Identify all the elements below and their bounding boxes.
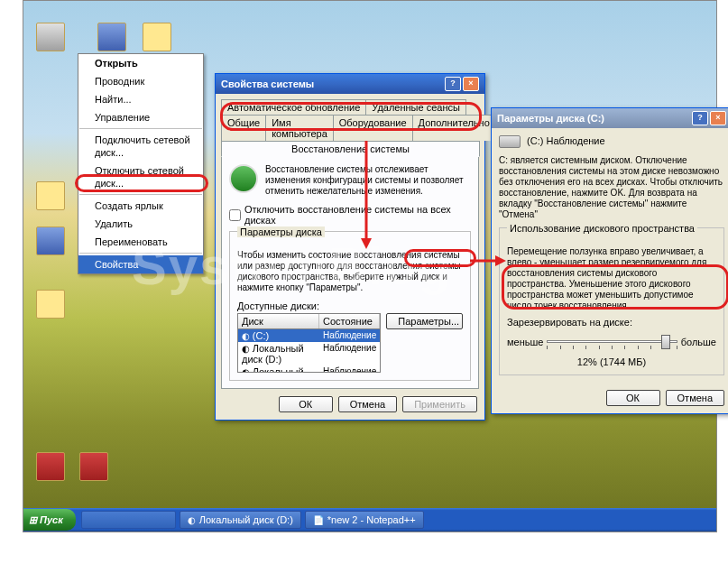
disable-restore-label: Отключить восстановление системы на всех… [244, 204, 471, 226]
menu-open[interactable]: Открыть [78, 54, 203, 72]
dialog-title: Параметры диска (C:) [497, 113, 604, 124]
tab-hardware[interactable]: Оборудование [333, 115, 413, 141]
desktop: Открыть Проводник Найти... Управление По… [23, 0, 717, 532]
tab-general[interactable]: Общие [221, 115, 266, 141]
system-properties-dialog: Свойства системы ? × Автоматическое обно… [215, 73, 485, 421]
menu-rename[interactable]: Переименовать [78, 233, 203, 251]
tab-computer-name[interactable]: Имя компьютера [265, 115, 334, 141]
taskbar: ⊞ Пуск ◐ Локальный диск (D:) 📄 *new 2 - … [23, 508, 716, 532]
params-button[interactable]: Параметры... [386, 313, 463, 329]
restore-icon [229, 164, 258, 193]
disk-icon [499, 135, 521, 148]
tab-system-restore[interactable]: Восстановление системы [221, 141, 480, 157]
tab-advanced[interactable]: Дополнительно [412, 115, 496, 141]
taskbar-item[interactable]: 📄 *new 2 - Notepad++ [305, 511, 424, 529]
usage-legend: Использование дискового пространства [507, 223, 697, 234]
context-menu: Открыть Проводник Найти... Управление По… [78, 53, 204, 274]
menu-find[interactable]: Найти... [78, 90, 203, 108]
reserve-label: Зарезервировать на диске: [507, 317, 716, 328]
menu-delete[interactable]: Удалить [78, 215, 203, 233]
available-disks-label: Доступные диски: [237, 300, 463, 311]
menu-explorer[interactable]: Проводник [78, 72, 203, 90]
table-row[interactable]: ◐ Локальный диск (E:) Наблюдение [238, 365, 380, 373]
taskbar-item[interactable]: ◐ Локальный диск (D:) [180, 511, 301, 529]
table-row[interactable]: ◐ (C:) Наблюдение [238, 329, 380, 342]
menu-disconnect-drive[interactable]: Отключить сетевой диск... [78, 162, 203, 192]
tab-auto-update[interactable]: Автоматическое обновление [221, 99, 366, 115]
cancel-button[interactable]: Отмена [666, 390, 724, 406]
help-button[interactable]: ? [445, 77, 461, 91]
disk-params-legend: Параметры диска [237, 227, 325, 237]
desktop-icon[interactable] [34, 290, 67, 326]
close-button[interactable]: × [463, 77, 479, 91]
disk-label: (C:) Наблюдение [527, 135, 605, 146]
desktop-icon[interactable] [34, 181, 67, 217]
menu-manage[interactable]: Управление [78, 108, 203, 126]
help-button[interactable]: ? [692, 111, 708, 125]
close-button[interactable]: × [710, 111, 726, 125]
disk-slider[interactable] [547, 333, 677, 351]
titlebar[interactable]: Свойства системы ? × [216, 74, 484, 94]
taskbar-item[interactable] [81, 511, 176, 529]
slider-thumb[interactable] [661, 335, 670, 349]
slider-less: меньше [507, 337, 543, 347]
disable-restore-checkbox[interactable] [229, 209, 241, 221]
table-row[interactable]: ◐ Локальный диск (D:) Наблюдение [238, 342, 380, 365]
col-status[interactable]: Состояние [319, 314, 380, 328]
start-button[interactable]: ⊞ Пуск [23, 509, 76, 531]
cancel-button[interactable]: Отмена [338, 396, 397, 412]
col-disk[interactable]: Диск [238, 314, 319, 328]
desktop-icon[interactable] [78, 452, 110, 488]
restore-info-text: Восстановление системы отслеживает измен… [265, 164, 471, 197]
disk-params-dialog: Параметры диска (C:) ? × (C:) Наблюдение… [491, 107, 728, 414]
disk-table-body[interactable]: ◐ (C:) Наблюдение ◐ Локальный диск (D:) … [237, 329, 381, 373]
tab-remote[interactable]: Удаленные сеансы [365, 99, 466, 115]
apply-button[interactable]: Применить [402, 396, 477, 412]
slider-value: 12% (1744 МБ) [507, 356, 716, 367]
ok-button[interactable]: ОК [279, 396, 333, 412]
disk-params-text: Чтобы изменить состояние восстановления … [237, 250, 463, 293]
menu-properties[interactable]: Свойства [78, 255, 203, 273]
usage-text: Перемещение ползунка вправо увеличивает,… [507, 246, 716, 311]
windows-logo-icon: ⊞ [29, 514, 37, 526]
disk-warning: C: является системным диском. Отключение… [499, 155, 724, 220]
disk-table-header: Диск Состояние [237, 313, 381, 329]
slider-more: больше [681, 337, 716, 347]
dialog-title: Свойства системы [221, 79, 314, 89]
desktop-icon[interactable] [34, 23, 67, 59]
menu-create-shortcut[interactable]: Создать ярлык [78, 197, 203, 215]
desktop-icon[interactable] [34, 227, 67, 263]
titlebar[interactable]: Параметры диска (C:) ? × [492, 108, 728, 128]
ok-button[interactable]: ОК [606, 390, 660, 406]
desktop-icon[interactable] [34, 452, 67, 488]
menu-map-drive[interactable]: Подключить сетевой диск... [78, 131, 203, 162]
